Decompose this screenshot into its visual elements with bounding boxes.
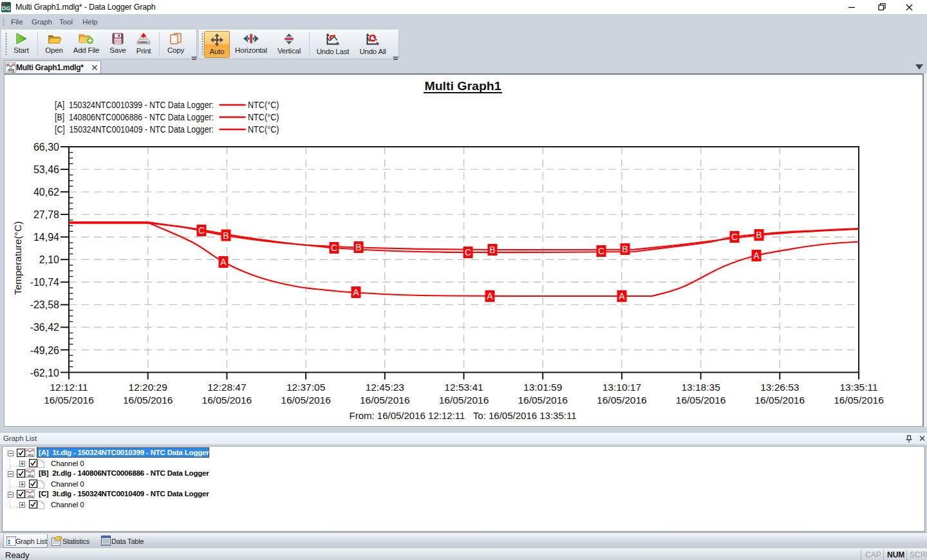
- svg-text:16/05/2016: 16/05/2016: [834, 395, 884, 406]
- svg-text:12:20:29: 12:20:29: [129, 382, 167, 393]
- svg-text:.dlg: .dlg: [26, 494, 33, 498]
- svg-text:40,62: 40,62: [33, 187, 59, 198]
- svg-text:16/05/2016: 16/05/2016: [123, 395, 173, 406]
- svg-text:B: B: [223, 230, 229, 241]
- svg-text:16/05/2016: 16/05/2016: [676, 395, 726, 406]
- svg-text:12:45:23: 12:45:23: [366, 382, 404, 393]
- svg-text:C: C: [731, 232, 738, 242]
- svg-text:[A] 150324NTC0010399 - NTC Da: [A] 150324NTC0010399 - NTC Data Logger:: [55, 99, 214, 110]
- svg-text:NTC(°C): NTC(°C): [248, 124, 279, 135]
- svg-text:B: B: [622, 244, 628, 254]
- svg-text:13:35:11: 13:35:11: [839, 382, 877, 393]
- svg-text:16/05/2016: 16/05/2016: [518, 395, 568, 406]
- svg-text:-36,42: -36,42: [30, 322, 59, 333]
- svg-text:A: A: [220, 257, 227, 267]
- svg-text:A: A: [619, 291, 625, 301]
- svg-text:DG: DG: [2, 5, 11, 12]
- svg-text:-23,58: -23,58: [30, 299, 59, 310]
- svg-text:-49,26: -49,26: [30, 345, 59, 356]
- svg-text:16/05/2016: 16/05/2016: [281, 395, 331, 406]
- svg-text:16/05/2016: 16/05/2016: [44, 395, 94, 406]
- svg-text:.dlg: .dlg: [7, 68, 15, 73]
- svg-text:B: B: [489, 245, 495, 255]
- svg-text:Multi Graph1: Multi Graph1: [425, 79, 501, 93]
- svg-text:16/05/2016: 16/05/2016: [202, 395, 252, 406]
- svg-text:16/05/2016: 16/05/2016: [360, 395, 410, 406]
- svg-text:12:37:05: 12:37:05: [286, 382, 325, 393]
- svg-text:Temperature(°C): Temperature(°C): [12, 221, 23, 295]
- svg-text:16/05/2016: 16/05/2016: [439, 395, 489, 406]
- svg-text:13:10:17: 13:10:17: [603, 382, 641, 393]
- svg-text:-62,10: -62,10: [30, 368, 59, 378]
- svg-text:13:26:53: 13:26:53: [760, 382, 799, 393]
- svg-text:53,46: 53,46: [33, 164, 59, 175]
- svg-text:16/05/2016: 16/05/2016: [755, 395, 805, 406]
- svg-text:From: 16/05/2016 12:12:11 To: From: 16/05/2016 12:12:11 To: 16/05/2016…: [349, 410, 576, 421]
- svg-text:C: C: [331, 243, 337, 253]
- svg-text:27,78: 27,78: [33, 209, 59, 220]
- svg-text:B: B: [355, 242, 361, 252]
- svg-text:12:12:11: 12:12:11: [50, 382, 88, 393]
- svg-text:2,10: 2,10: [39, 254, 59, 265]
- svg-text:C: C: [198, 225, 205, 236]
- svg-text:14,94: 14,94: [33, 232, 59, 243]
- svg-text:C: C: [465, 247, 471, 257]
- svg-text:.dlg: .dlg: [26, 453, 33, 457]
- svg-text:NTC(°C): NTC(°C): [248, 99, 279, 110]
- svg-text:[C] 150324NTC0010409 - NTC Da: [C] 150324NTC0010409 - NTC Data Logger:: [55, 124, 214, 135]
- svg-text:NTC(°C): NTC(°C): [248, 111, 279, 122]
- svg-text:12:53:41: 12:53:41: [444, 382, 483, 393]
- svg-text:13:18:35: 13:18:35: [681, 382, 720, 393]
- svg-text:A: A: [353, 287, 359, 297]
- svg-text:12:28:47: 12:28:47: [207, 382, 246, 393]
- svg-text:13:01:59: 13:01:59: [523, 382, 562, 393]
- svg-text:66,30: 66,30: [33, 142, 59, 153]
- svg-text:16/05/2016: 16/05/2016: [597, 395, 647, 406]
- svg-text:B: B: [756, 230, 762, 240]
- svg-text:A: A: [487, 291, 493, 301]
- svg-text:[B] 140806NTC0006886 - NTC Da: [B] 140806NTC0006886 - NTC Data Logger:: [55, 111, 214, 122]
- svg-text:A: A: [753, 250, 760, 261]
- svg-text:-10,74: -10,74: [30, 277, 59, 288]
- svg-text:C: C: [598, 246, 604, 256]
- svg-text:.dlg: .dlg: [26, 473, 33, 478]
